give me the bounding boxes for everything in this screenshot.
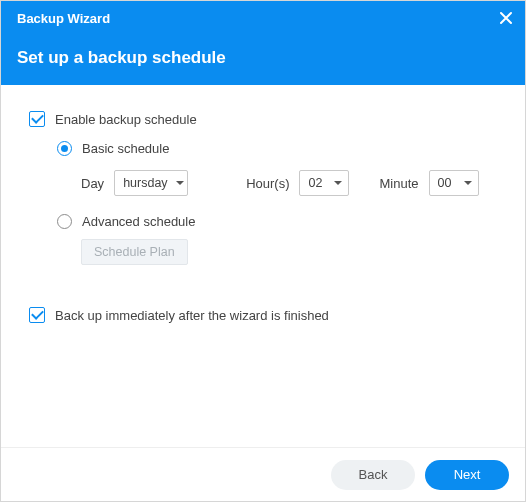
minute-label: Minute: [379, 176, 418, 191]
dialog-title: Backup Wizard: [17, 11, 509, 26]
hours-label: Hour(s): [246, 176, 289, 191]
basic-schedule-label: Basic schedule: [82, 141, 169, 156]
chevron-down-icon: [334, 181, 342, 186]
day-select-value: hursday: [123, 176, 167, 190]
enable-schedule-checkbox[interactable]: [29, 111, 45, 127]
back-button[interactable]: Back: [331, 460, 415, 490]
close-icon[interactable]: [499, 11, 513, 25]
dialog-header: Backup Wizard Set up a backup schedule: [1, 1, 525, 85]
dialog-footer: Back Next: [1, 447, 525, 501]
enable-schedule-row: Enable backup schedule: [29, 111, 497, 127]
next-button[interactable]: Next: [425, 460, 509, 490]
day-label: Day: [81, 176, 104, 191]
dialog-subtitle: Set up a backup schedule: [17, 48, 509, 68]
chevron-down-icon: [464, 181, 472, 186]
advanced-schedule-row: Advanced schedule: [29, 214, 497, 229]
minute-select-value: 00: [438, 176, 452, 190]
schedule-plan-button: Schedule Plan: [81, 239, 188, 265]
day-select[interactable]: hursday: [114, 170, 188, 196]
enable-schedule-label: Enable backup schedule: [55, 112, 197, 127]
dialog-content: Enable backup schedule Basic schedule Da…: [1, 85, 525, 323]
backup-immediate-row: Back up immediately after the wizard is …: [29, 307, 497, 323]
hours-select-value: 02: [308, 176, 322, 190]
backup-immediate-label: Back up immediately after the wizard is …: [55, 308, 329, 323]
basic-schedule-row: Basic schedule: [29, 141, 497, 156]
basic-schedule-radio[interactable]: [57, 141, 72, 156]
chevron-down-icon: [176, 181, 184, 186]
backup-immediate-checkbox[interactable]: [29, 307, 45, 323]
minute-select[interactable]: 00: [429, 170, 479, 196]
advanced-schedule-label: Advanced schedule: [82, 214, 195, 229]
advanced-schedule-radio[interactable]: [57, 214, 72, 229]
hours-select[interactable]: 02: [299, 170, 349, 196]
basic-schedule-fields: Day hursday Hour(s) 02 Minute 00: [29, 170, 497, 196]
